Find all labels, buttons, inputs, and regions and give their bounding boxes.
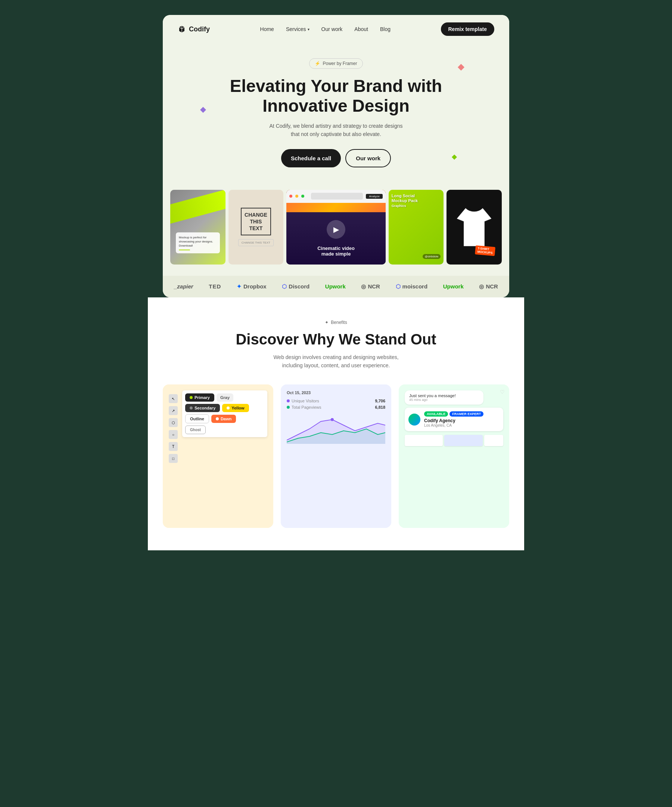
hero-heading: Elevating Your Brand with Innovative Des… bbox=[178, 76, 494, 116]
secondary-button-preview: Secondary bbox=[185, 404, 220, 412]
moiscord-icon: ⬡ bbox=[396, 283, 401, 290]
dawn-button-preview: Dawn bbox=[211, 415, 236, 423]
brand-ncr2: ◎ NCR bbox=[479, 283, 498, 290]
mockup-card: Mockup is perfect for showcasing your de… bbox=[176, 232, 220, 253]
logo-icon bbox=[178, 25, 186, 33]
framer-preview-strip bbox=[405, 435, 503, 446]
analytics-row-visitors: Unique Visitors 9,706 bbox=[287, 399, 385, 403]
brands-bar: _zapier TED ✦ Dropbox ⬡ Discord Upwork ◎… bbox=[163, 276, 509, 297]
nav-blog[interactable]: Blog bbox=[380, 26, 391, 32]
heart-icon: ♡ bbox=[500, 389, 505, 395]
brand-dropbox: ✦ Dropbox bbox=[237, 283, 266, 290]
pageviews-dot bbox=[287, 406, 290, 409]
brand-moiscord: ⬡ moiscord bbox=[396, 283, 428, 290]
tshirt-shape bbox=[454, 203, 495, 251]
benefits-grid: ↖ ↗ ⬡ ○ T □ Primary Gray bbox=[163, 384, 509, 528]
gallery-item-1[interactable]: Mockup is perfect for showcasing your de… bbox=[170, 190, 225, 264]
agency-name: Codify Agency bbox=[424, 418, 500, 423]
logo-text: Codify bbox=[189, 25, 210, 33]
brand-discord: ⬡ Discord bbox=[282, 283, 310, 290]
pen-icon: ⬡ bbox=[169, 418, 178, 427]
tshirt-label: T-SHIRTMOCKUPS bbox=[475, 245, 495, 256]
hero-description: At Codify, we blend artistry and strateg… bbox=[269, 122, 403, 139]
benefit-card-framer: ♡ Just sent you a message! 45 mins ago A… bbox=[399, 384, 509, 528]
brand-zapier: _zapier bbox=[174, 283, 194, 289]
gallery-item-2[interactable]: CHANGETHISTEXT CHANGE THIS TEXT bbox=[228, 190, 284, 264]
nav-home[interactable]: Home bbox=[260, 26, 274, 32]
discord-icon: ⬡ bbox=[282, 283, 287, 290]
benefit-visual-seo: Oct 15, 2023 Unique Visitors 9,706 Total… bbox=[281, 384, 391, 528]
gallery-item-4[interactable]: Long SocialMockup PackGraphics @dribbble bbox=[389, 190, 444, 264]
outline-button-preview: Outline bbox=[185, 414, 209, 423]
gray-button-preview: Gray bbox=[217, 394, 233, 402]
video-content: ▶ Cinematic videomade simple bbox=[286, 212, 386, 264]
powered-badge: ⚡ Power by Framer bbox=[309, 58, 362, 69]
nav-our-work[interactable]: Our work bbox=[321, 26, 343, 32]
primary-button-preview: Primary bbox=[185, 394, 214, 402]
ncr-icon: ◎ bbox=[361, 283, 366, 290]
our-work-button[interactable]: Our work bbox=[345, 149, 391, 168]
change-text-mockup: CHANGETHISTEXT bbox=[241, 208, 271, 236]
available-badge: AVAILABLE bbox=[424, 411, 448, 417]
hero-buttons: Schedule a call Our work bbox=[178, 149, 494, 168]
work-gallery: Mockup is perfect for showcasing your de… bbox=[163, 182, 509, 276]
nav-links: Home Services ▾ Our work About Blog bbox=[260, 26, 391, 33]
ghost-button-preview: Ghost bbox=[185, 425, 206, 434]
nav-about[interactable]: About bbox=[354, 26, 368, 32]
brand-ncr: ◎ NCR bbox=[361, 283, 380, 290]
brand-upwork: Upwork bbox=[325, 283, 346, 289]
analytics-chart bbox=[287, 414, 385, 444]
analytics-date: Oct 15, 2023 bbox=[287, 390, 385, 395]
agency-avatar bbox=[409, 413, 420, 425]
hero-section: ⚡ Power by Framer Elevating Your Brand w… bbox=[163, 43, 509, 182]
arrow-icon: ↗ bbox=[169, 406, 178, 415]
brand-ted: TED bbox=[209, 283, 221, 289]
framer-expert-badge: FRAMER EXPERT bbox=[450, 411, 483, 417]
agency-card: AVAILABLE FRAMER EXPERT Codify Agency Lo… bbox=[405, 408, 503, 431]
main-card: Codify Home Services ▾ Our work About bbox=[163, 15, 509, 297]
benefits-description: Web design involves creating and designi… bbox=[269, 353, 403, 370]
agency-location: Los Angeles, CA bbox=[424, 423, 500, 427]
ncr2-icon: ◎ bbox=[479, 283, 484, 290]
agency-badges: AVAILABLE FRAMER EXPERT bbox=[424, 411, 500, 417]
page-wrapper: Codify Home Services ▾ Our work About bbox=[148, 0, 524, 565]
benefits-heading: Discover Why We Stand Out bbox=[163, 331, 509, 348]
benefits-badge: ✦ Benefits bbox=[163, 320, 509, 325]
remix-template-button[interactable]: Remix template bbox=[441, 22, 494, 36]
cursor-icon: ↖ bbox=[169, 394, 178, 403]
sparkle-icon: ✦ bbox=[325, 320, 329, 325]
tool-icons-column: ↖ ↗ ⬡ ○ T □ bbox=[169, 390, 178, 463]
cinematic-title: Cinematic videomade simple bbox=[317, 246, 355, 257]
design-buttons-panel: Primary Gray Secondary Yellow bbox=[182, 390, 267, 437]
strap-decoration bbox=[170, 190, 225, 224]
benefit-visual-framer: ♡ Just sent you a message! 45 mins ago A… bbox=[399, 384, 509, 528]
navbar: Codify Home Services ▾ Our work About bbox=[163, 15, 509, 43]
framer-icon: ⚡ bbox=[315, 61, 320, 66]
benefit-card-b2b: ↖ ↗ ⬡ ○ T □ Primary Gray bbox=[163, 384, 273, 528]
benefit-card-seo: Oct 15, 2023 Unique Visitors 9,706 Total… bbox=[281, 384, 391, 528]
logo[interactable]: Codify bbox=[178, 25, 210, 33]
circle-icon: ○ bbox=[169, 430, 178, 439]
decorative-shape-pink bbox=[458, 64, 464, 71]
benefit-visual-b2b: ↖ ↗ ⬡ ○ T □ Primary Gray bbox=[163, 384, 273, 528]
dropbox-icon: ✦ bbox=[237, 283, 242, 290]
gallery-item-3[interactable]: Analyze ▶ Cinematic videomade simple bbox=[286, 190, 386, 264]
frame-icon: □ bbox=[169, 454, 178, 463]
yellow-button-preview: Yellow bbox=[222, 404, 249, 412]
gallery-item-5[interactable]: T-SHIRTMOCKUPS bbox=[447, 190, 502, 264]
text-icon: T bbox=[169, 442, 178, 451]
chat-message: Just sent you a message! 45 mins ago bbox=[405, 390, 483, 405]
benefits-section: ✦ Benefits Discover Why We Stand Out Web… bbox=[148, 297, 524, 550]
nav-services[interactable]: Services ▾ bbox=[286, 26, 310, 32]
analytics-row-pageviews: Total Pageviews 6,818 bbox=[287, 405, 385, 410]
brand-upwork2: Upwork bbox=[443, 283, 464, 289]
svg-point-0 bbox=[331, 418, 334, 421]
schedule-call-button[interactable]: Schedule a call bbox=[281, 149, 341, 168]
visitors-dot bbox=[287, 399, 290, 402]
chevron-down-icon: ▾ bbox=[308, 27, 310, 32]
agency-info: AVAILABLE FRAMER EXPERT Codify Agency Lo… bbox=[424, 411, 500, 427]
